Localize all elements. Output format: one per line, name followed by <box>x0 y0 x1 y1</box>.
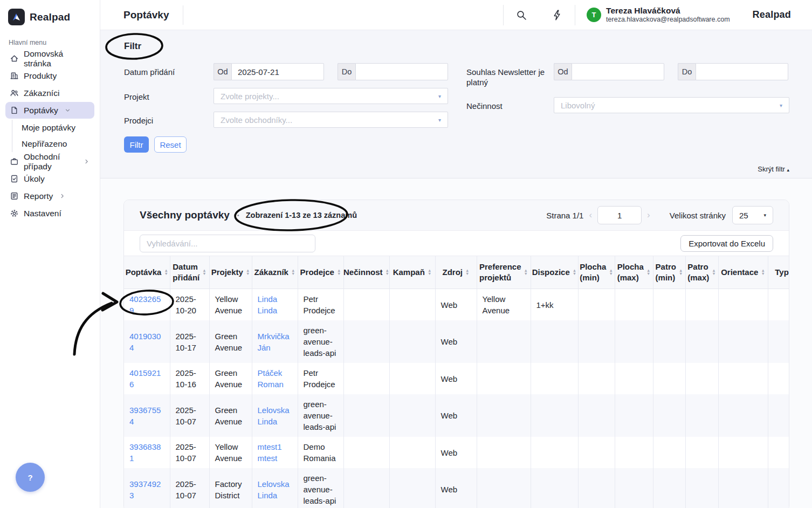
cell-date: 2025-10-07 <box>170 468 209 508</box>
logo-text: Realpad <box>30 11 70 23</box>
salespeople-select[interactable]: Zvolte obchodníky... ▾ <box>214 112 448 128</box>
cell-campaign <box>389 468 435 508</box>
sidebar-item-customers[interactable]: Zákazníci <box>5 85 94 101</box>
sidebar-item-settings[interactable]: Nastavení <box>5 205 94 222</box>
column-header-customer[interactable]: Zákazník▲▼ <box>252 256 298 289</box>
filter-reset-button[interactable]: Reset <box>154 136 187 153</box>
app-logo[interactable]: Realpad <box>0 0 100 27</box>
customer-link[interactable]: Mrkvička Ján <box>258 332 290 352</box>
inquiries-card: Všechny poptávky • Zobrazení 1-13 ze 13 … <box>123 200 789 508</box>
cell-area_max <box>615 320 653 363</box>
export-excel-button[interactable]: Exportovat do Excelu <box>680 235 773 252</box>
table-row: 393683812025-10-07Yellow Avenuemtest1 mt… <box>124 437 789 468</box>
newsletter-from-input[interactable] <box>572 63 664 80</box>
prev-page-icon[interactable]: ‹ <box>589 210 592 221</box>
column-header-area_min[interactable]: Plocha (min)▲▼ <box>578 256 615 289</box>
customer-link[interactable]: Lelovska Linda <box>258 406 290 426</box>
page-number-input[interactable] <box>597 206 642 224</box>
column-header-floor_max[interactable]: Patro (max)▲▼ <box>685 256 718 289</box>
sort-icon[interactable]: ▲▼ <box>246 269 250 276</box>
column-header-date[interactable]: Datum přidání▲▼ <box>170 256 209 289</box>
project-select[interactable]: Zvolte projekty... ▾ <box>214 88 448 104</box>
column-header-source[interactable]: Zdroj▲▼ <box>435 256 477 289</box>
sort-icon[interactable]: ▲▼ <box>164 269 168 276</box>
column-header-campaign[interactable]: Kampaň▲▼ <box>389 256 435 289</box>
inactivity-select-placeholder: Libovolný <box>561 101 595 110</box>
cell-source: Web <box>435 394 477 437</box>
sort-icon[interactable]: ▲▼ <box>609 269 613 276</box>
sort-icon[interactable]: ▲▼ <box>573 269 576 276</box>
sidebar-item-home[interactable]: Domovská stránka <box>5 50 94 67</box>
cell-preference <box>477 468 531 508</box>
sidebar-item-tasks[interactable]: Úkoly <box>5 170 94 187</box>
column-header-inactivity[interactable]: Nečinnost▲▼ <box>343 256 389 289</box>
column-header-layout[interactable]: Dispozice▲▼ <box>531 256 578 289</box>
user-block[interactable]: Tereza Hlaváčková tereza.hlavackova@real… <box>606 6 730 24</box>
customer-link[interactable]: Ptáček Roman <box>258 368 284 389</box>
sort-icon[interactable]: ▲▼ <box>465 269 469 276</box>
column-header-projects[interactable]: Projekty▲▼ <box>209 256 252 289</box>
chevron-down-icon <box>64 107 71 114</box>
column-header-floor_min[interactable]: Patro (min)▲▼ <box>653 256 685 289</box>
cell-floor_max <box>685 468 718 508</box>
sort-icon[interactable]: ▲▼ <box>202 269 206 276</box>
customer-link[interactable]: Linda Linda <box>258 294 278 315</box>
sort-icon[interactable]: ▲▼ <box>291 269 295 276</box>
page-label: Strana 1/1 <box>546 211 583 220</box>
date-to-input[interactable] <box>355 63 448 80</box>
cell-salesperson: green-avenue-leads-api <box>298 320 343 363</box>
sidebar-item-unassigned[interactable]: Nepřiřazeno <box>12 136 100 152</box>
hide-filter-link[interactable]: Skrýt filtr ▴ <box>758 165 789 173</box>
next-page-icon[interactable]: › <box>647 210 650 221</box>
bolt-icon[interactable] <box>551 9 563 21</box>
column-header-area_max[interactable]: Plocha (max)▲▼ <box>615 256 653 289</box>
page-size-select[interactable]: 25 ▾ <box>732 206 773 224</box>
dropdown-arrow-icon: ▾ <box>438 93 441 99</box>
customer-link[interactable]: mtest1 mtest <box>258 442 282 463</box>
search-input[interactable] <box>140 235 315 252</box>
inquiry-link[interactable]: 40232659 <box>129 294 161 315</box>
inquiry-link[interactable]: 39368381 <box>129 442 161 463</box>
newsletter-to-input[interactable] <box>696 63 788 80</box>
cell-id: 40159216 <box>124 363 170 394</box>
inquiry-link[interactable]: 39374923 <box>129 479 161 500</box>
cell-customer: mtest1 mtest <box>252 437 298 468</box>
sort-icon[interactable]: ▲▼ <box>679 269 683 276</box>
cell-floor_max <box>685 394 718 437</box>
cell-projects: Yellow Avenue <box>209 437 252 468</box>
sidebar-item-products[interactable]: Produkty <box>5 67 94 84</box>
cell-projects: Factory District <box>209 468 252 508</box>
cell-floor_min <box>653 289 685 321</box>
inquiry-link[interactable]: 40190304 <box>129 332 161 352</box>
sidebar-menu: Domovská stránkaProduktyZákazníciPoptávk… <box>0 50 100 222</box>
cell-orientation <box>718 363 768 394</box>
sort-icon[interactable]: ▲▼ <box>524 269 528 276</box>
filter-apply-button[interactable]: Filtr <box>124 136 149 153</box>
sort-icon[interactable]: ▲▼ <box>386 269 389 276</box>
sort-icon[interactable]: ▲▼ <box>712 269 715 276</box>
sort-icon[interactable]: ▲▼ <box>428 269 431 276</box>
date-from-input[interactable] <box>231 63 324 80</box>
search-icon[interactable] <box>515 9 527 21</box>
sidebar-item-reports[interactable]: Reporty <box>5 188 94 204</box>
sidebar-item-deals[interactable]: Obchodní případy <box>5 153 94 170</box>
avatar[interactable]: T <box>587 8 601 22</box>
sidebar-item-inquiries[interactable]: Poptávky <box>5 102 94 119</box>
sidebar-item-my-inquiries[interactable]: Moje poptávky <box>12 120 100 136</box>
cell-area_max <box>615 289 653 321</box>
help-button[interactable]: ? <box>16 463 45 492</box>
column-header-preference[interactable]: Preference projektů▲▼ <box>477 256 531 289</box>
inactivity-select[interactable]: Libovolný ▾ <box>554 97 789 113</box>
cell-date: 2025-10-07 <box>170 437 209 468</box>
inquiry-link[interactable]: 40159216 <box>129 368 161 389</box>
cell-layout <box>531 394 578 437</box>
sort-icon[interactable]: ▲▼ <box>646 269 650 276</box>
column-header-salesperson[interactable]: Prodejce▲▼ <box>298 256 343 289</box>
column-header-id[interactable]: Poptávka▲▼ <box>124 256 170 289</box>
column-header-orientation[interactable]: Orientace▲▼ <box>718 256 768 289</box>
sort-icon[interactable]: ▲▼ <box>761 269 765 276</box>
sort-icon[interactable]: ▲▼ <box>337 269 341 276</box>
cell-campaign <box>389 320 435 363</box>
customer-link[interactable]: Lelovska Linda <box>258 479 290 500</box>
inquiry-link[interactable]: 39367554 <box>129 406 161 426</box>
